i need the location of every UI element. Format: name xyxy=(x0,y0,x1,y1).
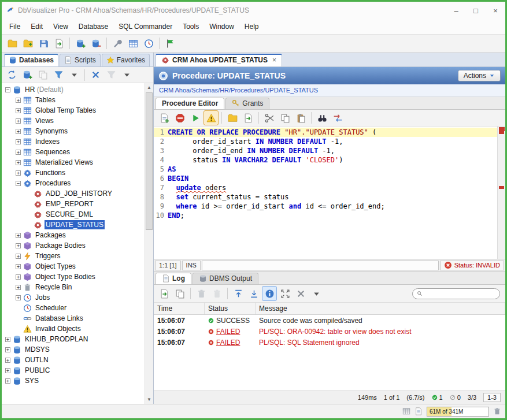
new-bookmark-button[interactable] xyxy=(5,36,20,51)
tree-item-database-links[interactable]: Database Links xyxy=(2,313,145,324)
code-line-10[interactable]: 10END; xyxy=(154,211,497,220)
log-menu-button[interactable] xyxy=(309,286,324,301)
log-row[interactable]: 15:06:07FAILEDPL/SQL: SQL Statement igno… xyxy=(154,337,505,348)
tree-item-tables[interactable]: +Tables xyxy=(2,95,145,105)
menu-file[interactable]: File xyxy=(4,20,25,33)
plus-expander-icon[interactable]: + xyxy=(16,254,21,259)
close-button[interactable]: × xyxy=(486,2,505,19)
filter-menu-button[interactable] xyxy=(66,68,82,83)
plus-expander-icon[interactable]: + xyxy=(16,150,21,155)
show-details-button[interactable] xyxy=(262,286,277,301)
plus-expander-icon[interactable]: + xyxy=(5,358,10,363)
export-log-button[interactable] xyxy=(157,286,172,301)
open-button[interactable] xyxy=(20,36,35,51)
open-file-button[interactable] xyxy=(225,110,240,125)
tree-item-indexes[interactable]: +Indexes xyxy=(2,136,145,147)
scroll-to-bottom-button[interactable] xyxy=(246,286,261,301)
log-search-input[interactable] xyxy=(425,290,495,297)
plus-expander-icon[interactable]: + xyxy=(16,285,21,290)
code-line-4[interactable]: 4 status IN VARCHAR2 DEFAULT 'CLOSED') xyxy=(154,155,497,165)
tab-grants[interactable]: Grants xyxy=(225,98,269,109)
scroll-down-icon[interactable]: ▼ xyxy=(145,395,153,404)
clear-filter-button[interactable] xyxy=(88,68,103,83)
filter-sets-menu-button[interactable] xyxy=(119,68,134,83)
code-line-2[interactable]: 2 order_id_start IN NUMBER DEFAULT -1, xyxy=(154,137,497,146)
filter-button[interactable] xyxy=(51,68,66,83)
log-row[interactable]: 15:06:07FAILEDPL/SQL: ORA-00942: table o… xyxy=(154,326,505,337)
code-line-5[interactable]: 5AS xyxy=(154,165,497,174)
tree-item-public[interactable]: +PUBLIC xyxy=(2,365,145,376)
menu-help[interactable]: Help xyxy=(239,20,264,33)
column-header-message[interactable]: Message xyxy=(256,303,505,314)
copy-button[interactable] xyxy=(277,110,293,125)
connect-button[interactable] xyxy=(20,68,35,83)
duplicate-connection-button[interactable] xyxy=(35,68,50,83)
code-line-3[interactable]: 3 order_id_end IN NUMBER DEFAULT -1, xyxy=(154,146,497,155)
code-line-7[interactable]: 7 update oders xyxy=(154,183,497,192)
menu-edit[interactable]: Edit xyxy=(25,20,48,33)
code-line-8[interactable]: 8 set current_status = status xyxy=(154,192,497,202)
tab-close-icon[interactable]: × xyxy=(272,56,276,64)
plus-expander-icon[interactable]: + xyxy=(16,295,21,300)
column-header-time[interactable]: Time xyxy=(154,303,205,314)
tab-procedure-editor[interactable]: Procedure Editor xyxy=(156,98,224,109)
tab-log[interactable]: Log xyxy=(156,273,191,284)
document-tab[interactable]: CRM Ahoa UPDATE_STATUS × xyxy=(156,54,282,66)
scrollbar-thumb[interactable] xyxy=(146,92,153,230)
column-header-status[interactable]: Status xyxy=(205,303,256,314)
tree-item-scheduler[interactable]: Scheduler xyxy=(2,303,145,313)
task-monitor-button[interactable] xyxy=(141,36,156,51)
tree-item-emp-report[interactable]: EMP_REPORT xyxy=(2,199,145,209)
log-search-box[interactable] xyxy=(412,288,500,299)
tree-item-outln[interactable]: +OUTLN xyxy=(2,355,145,365)
paste-button[interactable] xyxy=(293,110,308,125)
new-sql-commander-button[interactable] xyxy=(162,36,177,51)
save-procedure-button[interactable] xyxy=(157,110,172,125)
tree-item-triggers[interactable]: +Triggers xyxy=(2,251,145,261)
stop-button[interactable] xyxy=(172,110,187,125)
show-errors-button[interactable] xyxy=(203,110,219,125)
plus-expander-icon[interactable]: + xyxy=(16,233,21,238)
plus-expander-icon[interactable]: + xyxy=(16,118,21,124)
scroll-up-icon[interactable]: ▲ xyxy=(145,83,153,92)
menu-window[interactable]: Window xyxy=(204,20,239,33)
minimize-button[interactable]: – xyxy=(446,2,466,19)
plus-expander-icon[interactable]: + xyxy=(5,368,10,373)
tree-item-package-bodies[interactable]: +Package Bodies xyxy=(2,240,145,251)
cut-button[interactable] xyxy=(262,110,277,125)
menu-tools[interactable]: Tools xyxy=(177,20,204,33)
plus-expander-icon[interactable]: + xyxy=(5,337,10,342)
tree-item-hr[interactable]: −HR (Default) xyxy=(2,84,145,95)
tree-item-views[interactable]: +Views xyxy=(2,116,145,126)
plus-expander-icon[interactable]: + xyxy=(16,243,21,248)
editor-scrollbar[interactable] xyxy=(497,127,505,259)
tree-item-procedures[interactable]: −Procedures xyxy=(2,178,145,188)
refresh-objects-button[interactable] xyxy=(4,68,19,83)
table-data-button[interactable] xyxy=(125,36,140,51)
tree-item-sequences[interactable]: +Sequences xyxy=(2,147,145,157)
plus-expander-icon[interactable]: + xyxy=(16,160,21,165)
find-replace-button[interactable] xyxy=(314,110,330,125)
tree-item-object-type-bodies[interactable]: +Object Type Bodies xyxy=(2,272,145,282)
connect-database-button[interactable] xyxy=(73,36,88,51)
error-mark-icon[interactable] xyxy=(499,186,504,189)
tab-favorites[interactable]: Favorites xyxy=(102,54,150,66)
filter-sets-button[interactable] xyxy=(103,68,119,83)
plus-expander-icon[interactable]: + xyxy=(16,129,21,134)
save-to-file-button[interactable] xyxy=(240,110,256,125)
tree-item-object-types[interactable]: +Object Types xyxy=(2,261,145,272)
execute-button[interactable] xyxy=(188,110,203,125)
plus-expander-icon[interactable]: + xyxy=(16,98,21,103)
disconnect-database-button[interactable] xyxy=(88,36,103,51)
compare-button[interactable] xyxy=(330,110,345,125)
code-line-6[interactable]: 6BEGIN xyxy=(154,174,497,183)
tab-dbms-output[interactable]: DBMS Output xyxy=(193,273,258,284)
plus-expander-icon[interactable]: + xyxy=(16,139,21,144)
tree-item-global-temp-tables[interactable]: +Global Temp Tables xyxy=(2,105,145,116)
status-notes-icon[interactable] xyxy=(415,407,423,415)
clear-log-button[interactable] xyxy=(194,286,209,301)
close-log-button[interactable] xyxy=(293,286,308,301)
tree-item-update-status[interactable]: UPDATE_STATUS xyxy=(2,220,145,230)
code-line-1[interactable]: 1CREATE OR REPLACE PROCEDURE "HR"."UPDAT… xyxy=(154,128,497,137)
plus-expander-icon[interactable]: + xyxy=(5,378,10,384)
